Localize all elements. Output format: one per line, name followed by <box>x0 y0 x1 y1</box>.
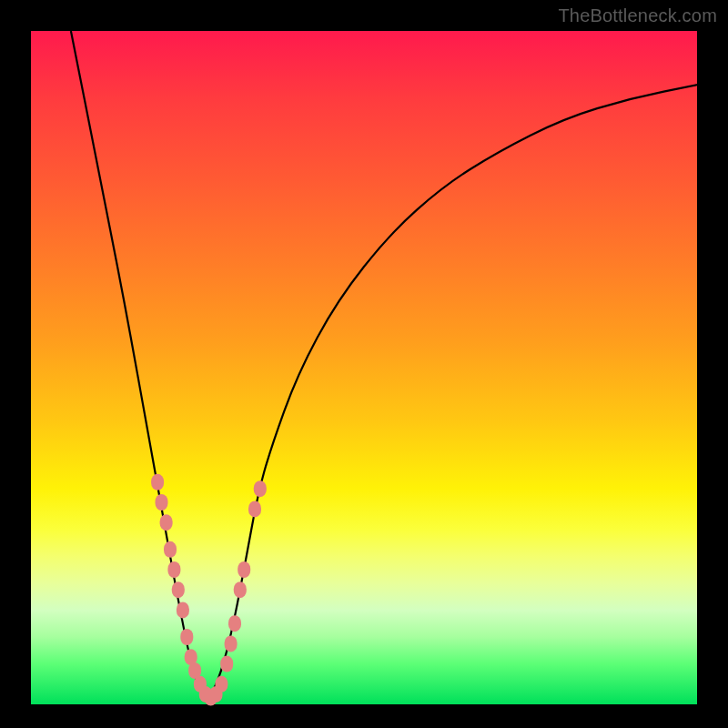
highlight-marker <box>248 500 261 517</box>
highlight-marker <box>172 581 185 598</box>
chart-svg <box>31 31 697 704</box>
highlight-marker <box>215 676 228 693</box>
highlight-marker <box>151 474 164 490</box>
highlight-marker <box>177 602 189 618</box>
chart-frame: TheBottleneck.com <box>0 0 728 728</box>
highlight-marker <box>167 561 180 578</box>
highlight-marker <box>254 480 267 497</box>
highlight-marker <box>234 581 247 598</box>
highlight-marker <box>156 494 168 511</box>
bottleneck-curve <box>71 31 697 698</box>
plot-area <box>31 31 697 704</box>
highlight-marker <box>238 561 250 578</box>
highlight-marker <box>160 514 173 531</box>
highlight-marker <box>164 541 177 558</box>
watermark-text: TheBottleneck.com <box>558 5 717 26</box>
highlight-marker <box>228 615 241 632</box>
marker-group <box>151 474 267 706</box>
highlight-marker <box>225 635 238 652</box>
curve-group <box>71 31 697 698</box>
highlight-marker <box>220 656 233 672</box>
highlight-marker <box>180 629 193 645</box>
